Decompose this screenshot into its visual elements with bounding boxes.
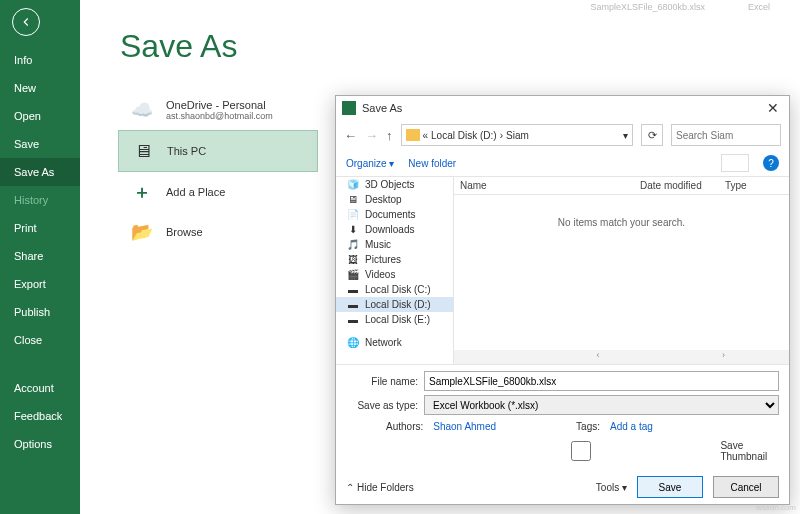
titlebar-doc-name: SampleXLSFile_6800kb.xlsx xyxy=(590,2,705,12)
empty-message: No items match your search. xyxy=(454,195,789,228)
tree-label: Downloads xyxy=(365,224,414,235)
save-button[interactable]: Save xyxy=(637,476,703,498)
tree-icon: ⬇ xyxy=(346,224,360,235)
cancel-button[interactable]: Cancel xyxy=(713,476,779,498)
refresh-button[interactable]: ⟳ xyxy=(641,124,663,146)
folder-icon: 📂 xyxy=(128,220,156,244)
sidebar-item-saveas[interactable]: Save As xyxy=(0,158,80,186)
col-date[interactable]: Date modified xyxy=(634,177,719,194)
tags-value[interactable]: Add a tag xyxy=(610,421,653,432)
location-sub: ast.shaonbd@hotmail.com xyxy=(166,111,273,121)
tree-icon: 🧊 xyxy=(346,179,360,190)
tree-item[interactable]: 🖼Pictures xyxy=(336,252,453,267)
tree-item[interactable]: ⬇Downloads xyxy=(336,222,453,237)
tree-label: Local Disk (D:) xyxy=(365,299,431,310)
location-label: Browse xyxy=(166,226,203,238)
save-thumbnail-checkbox[interactable] xyxy=(446,441,716,461)
save-dialog: Save As ✕ ← → ↑ « Local Disk (D:) › Siam… xyxy=(335,95,790,505)
location-thispc[interactable]: 🖥 This PC xyxy=(118,130,318,172)
tree-item[interactable]: 📄Documents xyxy=(336,207,453,222)
breadcrumb-seg[interactable]: Siam xyxy=(506,130,529,141)
savetype-select[interactable]: Excel Workbook (*.xlsx) xyxy=(424,395,779,415)
back-arrow-icon xyxy=(19,15,33,29)
tree-label: Documents xyxy=(365,209,416,220)
tree-icon: 🌐 xyxy=(346,337,360,348)
new-folder-button[interactable]: New folder xyxy=(408,158,456,169)
page-title: Save As xyxy=(120,28,237,65)
help-button[interactable]: ? xyxy=(763,155,779,171)
tree-icon: ▬ xyxy=(346,299,360,310)
sidebar-item-close[interactable]: Close xyxy=(0,326,80,354)
hide-folders-button[interactable]: ⌃Hide Folders xyxy=(346,482,414,493)
tree-label: Videos xyxy=(365,269,395,280)
tree-icon: 🖼 xyxy=(346,254,360,265)
back-button[interactable] xyxy=(12,8,40,36)
location-onedrive[interactable]: ☁️ OneDrive - Personal ast.shaonbd@hotma… xyxy=(118,90,318,130)
location-label: OneDrive - Personal xyxy=(166,99,273,111)
search-input[interactable] xyxy=(671,124,781,146)
titlebar-app: Excel xyxy=(748,2,770,12)
save-thumbnail-label: Save Thumbnail xyxy=(720,440,779,462)
nav-back-button[interactable]: ← xyxy=(344,128,357,143)
tree-icon: 📄 xyxy=(346,209,360,220)
close-button[interactable]: ✕ xyxy=(763,100,783,116)
breadcrumb-seg[interactable]: Local Disk (D:) xyxy=(431,130,497,141)
tree-item[interactable]: ▬Local Disk (D:) xyxy=(336,297,453,312)
location-label: Add a Place xyxy=(166,186,225,198)
tree-item[interactable]: ▬Local Disk (C:) xyxy=(336,282,453,297)
sidebar-item-open[interactable]: Open xyxy=(0,102,80,130)
tree-icon: 🎵 xyxy=(346,239,360,250)
tree-label: Desktop xyxy=(365,194,402,205)
sidebar-item-export[interactable]: Export xyxy=(0,270,80,298)
tree-label: Pictures xyxy=(365,254,401,265)
breadcrumb[interactable]: « Local Disk (D:) › Siam ▾ xyxy=(401,124,634,146)
sidebar-item-share[interactable]: Share xyxy=(0,242,80,270)
tree-icon: 🖥 xyxy=(346,194,360,205)
sidebar-item-history[interactable]: History xyxy=(0,186,80,214)
tree-label: Local Disk (E:) xyxy=(365,314,430,325)
sidebar-item-new[interactable]: New xyxy=(0,74,80,102)
tree-item[interactable]: 🎬Videos xyxy=(336,267,453,282)
tree-icon: ▬ xyxy=(346,314,360,325)
sidebar-item-save[interactable]: Save xyxy=(0,130,80,158)
sidebar-item-options[interactable]: Options xyxy=(0,430,80,458)
sidebar-item-publish[interactable]: Publish xyxy=(0,298,80,326)
tree-item[interactable]: 🧊3D Objects xyxy=(336,177,453,192)
col-type[interactable]: Type xyxy=(719,177,789,194)
savetype-label: Save as type: xyxy=(346,400,418,411)
tools-menu[interactable]: Tools ▾ xyxy=(596,482,627,493)
excel-icon xyxy=(342,101,356,115)
tree-item[interactable]: 🎵Music xyxy=(336,237,453,252)
location-browse[interactable]: 📂 Browse xyxy=(118,212,318,252)
col-name[interactable]: Name xyxy=(454,177,634,194)
dialog-title: Save As xyxy=(362,102,402,114)
chevron-up-icon: ⌃ xyxy=(346,482,354,493)
watermark: wsxdn.com xyxy=(756,503,796,512)
nav-fwd-button[interactable]: → xyxy=(365,128,378,143)
sidebar-item-feedback[interactable]: Feedback xyxy=(0,402,80,430)
authors-label: Authors: xyxy=(386,421,423,432)
sidebar-item-account[interactable]: Account xyxy=(0,374,80,402)
plus-icon: ＋ xyxy=(128,180,156,204)
tree-item[interactable]: 🌐Network xyxy=(336,335,453,350)
authors-value[interactable]: Shaon Ahmed xyxy=(433,421,496,432)
file-list: Name Date modified Type No items match y… xyxy=(454,177,789,364)
tree-item[interactable]: ▬Local Disk (E:) xyxy=(336,312,453,327)
sidebar-item-info[interactable]: Info xyxy=(0,46,80,74)
tree-icon: ▬ xyxy=(346,284,360,295)
organize-menu[interactable]: Organize ▾ xyxy=(346,158,394,169)
filename-label: File name: xyxy=(346,376,418,387)
cloud-icon: ☁️ xyxy=(128,98,156,122)
nav-up-button[interactable]: ↑ xyxy=(386,128,393,143)
view-mode-button[interactable] xyxy=(721,154,749,172)
tree-label: Music xyxy=(365,239,391,250)
tree-label: 3D Objects xyxy=(365,179,414,190)
location-addplace[interactable]: ＋ Add a Place xyxy=(118,172,318,212)
pc-icon: 🖥 xyxy=(129,139,157,163)
scrollbar[interactable] xyxy=(454,350,789,364)
tree-item[interactable]: 🖥Desktop xyxy=(336,192,453,207)
save-locations: ☁️ OneDrive - Personal ast.shaonbd@hotma… xyxy=(118,90,318,252)
backstage-sidebar: Info New Open Save Save As History Print… xyxy=(0,0,80,514)
sidebar-item-print[interactable]: Print xyxy=(0,214,80,242)
filename-input[interactable] xyxy=(424,371,779,391)
